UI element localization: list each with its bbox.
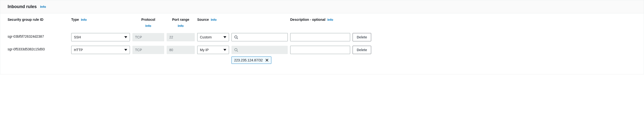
source-stack: 223.235.124.87/32 — [232, 46, 288, 64]
search-icon — [234, 35, 238, 39]
caret-down-icon — [224, 49, 226, 51]
type-select[interactable]: SSH — [71, 33, 130, 41]
svg-point-6 — [235, 48, 237, 51]
rule-id-text: sgr-0f5333d5382c15d93 — [8, 46, 69, 51]
svg-point-2 — [235, 36, 237, 38]
port-range-field: 22 — [167, 33, 195, 41]
rule-row: sgr-0f5333d5382c15d93 HTTP TCP 80 My IP — [8, 46, 636, 64]
column-protocol: Protocol Info — [132, 17, 164, 28]
source-mode-select[interactable]: Custom — [197, 33, 229, 41]
svg-marker-1 — [224, 36, 226, 38]
rule-id-text: sgr-03bf5f726324d2387 — [8, 33, 69, 38]
close-icon[interactable] — [265, 58, 269, 62]
column-description-info-link[interactable]: Info — [328, 18, 333, 22]
source-cidr-token: 223.235.124.87/32 — [232, 56, 271, 64]
source-stack — [232, 33, 288, 41]
delete-button[interactable]: Delete — [352, 33, 371, 41]
source-search-input — [240, 48, 285, 52]
column-type: Type Info — [71, 17, 130, 22]
svg-marker-4 — [124, 49, 127, 51]
description-input[interactable] — [290, 46, 350, 54]
inbound-rules-panel: Inbound rules Info Security group rule I… — [0, 0, 644, 74]
column-type-info-link[interactable]: Info — [81, 18, 87, 22]
svg-line-3 — [237, 38, 238, 39]
protocol-field: TCP — [132, 46, 164, 54]
rule-row: sgr-03bf5f726324d2387 SSH TCP 22 Custom — [8, 33, 636, 41]
description-input[interactable] — [290, 33, 350, 41]
column-port-range-info-link[interactable]: Info — [178, 24, 184, 28]
source-search-input[interactable] — [240, 35, 285, 39]
column-source-info-link[interactable]: Info — [211, 18, 216, 22]
svg-line-7 — [237, 51, 238, 52]
caret-down-icon — [124, 49, 127, 51]
column-protocol-info-link[interactable]: Info — [145, 24, 151, 28]
svg-marker-0 — [124, 36, 127, 38]
caret-down-icon — [124, 36, 127, 38]
panel-info-link[interactable]: Info — [40, 5, 46, 8]
column-description: Description - optional Info — [290, 17, 350, 22]
source-search — [232, 46, 288, 54]
protocol-field: TCP — [132, 33, 164, 41]
column-rule-id: Security group rule ID — [8, 17, 69, 22]
caret-down-icon — [224, 36, 226, 38]
source-search[interactable] — [232, 33, 288, 41]
delete-button[interactable]: Delete — [352, 46, 371, 54]
source-mode-select[interactable]: My IP — [197, 46, 229, 54]
column-source: Source Info — [197, 17, 288, 22]
panel-body: Security group rule ID Type Info Protoco… — [0, 14, 644, 74]
columns-header: Security group rule ID Type Info Protoco… — [8, 17, 636, 28]
panel-header: Inbound rules Info — [0, 0, 644, 14]
panel-title: Inbound rules — [8, 4, 37, 9]
column-port-range: Port range Info — [167, 17, 195, 28]
search-icon — [234, 48, 238, 52]
port-range-field: 80 — [167, 46, 195, 54]
type-select[interactable]: HTTP — [71, 46, 130, 54]
svg-marker-5 — [224, 49, 226, 51]
